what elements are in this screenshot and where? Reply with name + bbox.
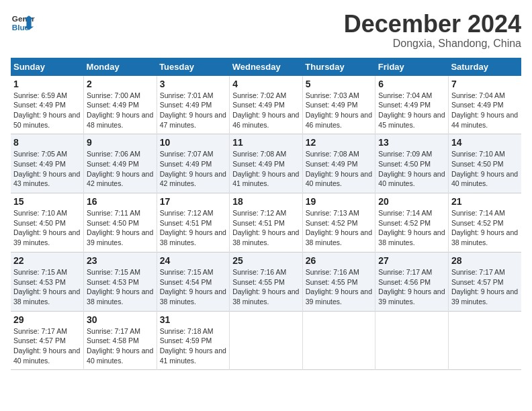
header-monday: Monday — [84, 58, 157, 76]
day-info: Sunrise: 7:17 AM Sunset: 4:57 PM Dayligh… — [451, 267, 519, 307]
table-row: 27Sunrise: 7:17 AM Sunset: 4:56 PM Dayli… — [375, 252, 449, 311]
day-number: 26 — [306, 255, 373, 266]
table-row — [302, 311, 375, 370]
day-info: Sunrise: 7:18 AM Sunset: 4:59 PM Dayligh… — [160, 326, 227, 366]
header-sunday: Sunday — [11, 58, 84, 76]
day-info: Sunrise: 7:16 AM Sunset: 4:55 PM Dayligh… — [232, 267, 300, 307]
day-number: 28 — [451, 255, 519, 266]
day-number: 19 — [306, 196, 373, 207]
title-block: December 2024 Dongxia, Shandong, China — [344, 11, 521, 50]
table-row: 16Sunrise: 7:11 AM Sunset: 4:50 PM Dayli… — [84, 193, 157, 253]
day-info: Sunrise: 7:12 AM Sunset: 4:51 PM Dayligh… — [160, 208, 227, 248]
header-thursday: Thursday — [302, 58, 375, 76]
day-info: Sunrise: 7:04 AM Sunset: 4:49 PM Dayligh… — [378, 91, 445, 130]
day-number: 7 — [451, 79, 519, 89]
day-number: 9 — [87, 137, 154, 148]
table-row: 14Sunrise: 7:10 AM Sunset: 4:50 PM Dayli… — [448, 134, 521, 193]
day-info: Sunrise: 7:05 AM Sunset: 4:49 PM Dayligh… — [13, 149, 81, 189]
day-number: 12 — [306, 137, 373, 148]
day-number: 13 — [378, 137, 445, 148]
page-header: General Blue December 2024 Dongxia, Shan… — [11, 11, 521, 50]
table-row: 22Sunrise: 7:15 AM Sunset: 4:53 PM Dayli… — [11, 252, 84, 311]
day-number: 6 — [378, 79, 445, 89]
day-info: Sunrise: 7:14 AM Sunset: 4:52 PM Dayligh… — [378, 208, 445, 248]
table-row: 5Sunrise: 7:03 AM Sunset: 4:49 PM Daylig… — [302, 76, 375, 134]
day-info: Sunrise: 6:59 AM Sunset: 4:49 PM Dayligh… — [13, 91, 81, 130]
table-row: 31Sunrise: 7:18 AM Sunset: 4:59 PM Dayli… — [157, 311, 230, 370]
table-row: 19Sunrise: 7:13 AM Sunset: 4:52 PM Dayli… — [302, 193, 375, 253]
logo: General Blue — [11, 11, 35, 35]
table-row: 29Sunrise: 7:17 AM Sunset: 4:57 PM Dayli… — [11, 311, 84, 370]
day-info: Sunrise: 7:03 AM Sunset: 4:49 PM Dayligh… — [306, 91, 373, 130]
day-info: Sunrise: 7:10 AM Sunset: 4:50 PM Dayligh… — [13, 208, 81, 248]
day-info: Sunrise: 7:15 AM Sunset: 4:53 PM Dayligh… — [13, 267, 81, 307]
calendar-week-row: 29Sunrise: 7:17 AM Sunset: 4:57 PM Dayli… — [11, 311, 521, 370]
day-number: 3 — [160, 79, 227, 89]
table-row: 8Sunrise: 7:05 AM Sunset: 4:49 PM Daylig… — [11, 134, 84, 193]
day-number: 30 — [87, 314, 154, 325]
table-row: 12Sunrise: 7:08 AM Sunset: 4:49 PM Dayli… — [302, 134, 375, 193]
table-row: 26Sunrise: 7:16 AM Sunset: 4:55 PM Dayli… — [302, 252, 375, 311]
day-number: 24 — [160, 255, 227, 266]
day-number: 8 — [13, 137, 81, 148]
table-row: 3Sunrise: 7:01 AM Sunset: 4:49 PM Daylig… — [157, 76, 230, 134]
table-row: 2Sunrise: 7:00 AM Sunset: 4:49 PM Daylig… — [84, 76, 157, 134]
calendar-header-row: Sunday Monday Tuesday Wednesday Thursday… — [11, 58, 521, 76]
table-row — [448, 311, 521, 370]
day-number: 2 — [87, 79, 154, 89]
day-info: Sunrise: 7:13 AM Sunset: 4:52 PM Dayligh… — [306, 208, 373, 248]
day-info: Sunrise: 7:00 AM Sunset: 4:49 PM Dayligh… — [87, 91, 154, 130]
day-number: 17 — [160, 196, 227, 207]
day-number: 14 — [451, 137, 519, 148]
day-number: 23 — [87, 255, 154, 266]
day-number: 11 — [232, 137, 300, 148]
table-row: 15Sunrise: 7:10 AM Sunset: 4:50 PM Dayli… — [11, 193, 84, 253]
day-info: Sunrise: 7:11 AM Sunset: 4:50 PM Dayligh… — [87, 208, 154, 248]
day-number: 1 — [13, 79, 81, 89]
day-info: Sunrise: 7:15 AM Sunset: 4:54 PM Dayligh… — [160, 267, 227, 307]
table-row: 25Sunrise: 7:16 AM Sunset: 4:55 PM Dayli… — [230, 252, 303, 311]
day-number: 25 — [232, 255, 300, 266]
calendar-week-row: 22Sunrise: 7:15 AM Sunset: 4:53 PM Dayli… — [11, 252, 521, 311]
day-number: 29 — [13, 314, 81, 325]
table-row: 24Sunrise: 7:15 AM Sunset: 4:54 PM Dayli… — [157, 252, 230, 311]
calendar-week-row: 15Sunrise: 7:10 AM Sunset: 4:50 PM Dayli… — [11, 193, 521, 253]
day-number: 4 — [232, 79, 300, 89]
table-row — [230, 311, 303, 370]
table-row: 17Sunrise: 7:12 AM Sunset: 4:51 PM Dayli… — [157, 193, 230, 253]
day-number: 27 — [378, 255, 445, 266]
day-info: Sunrise: 7:08 AM Sunset: 4:49 PM Dayligh… — [232, 149, 300, 189]
day-number: 22 — [13, 255, 81, 266]
header-friday: Friday — [375, 58, 449, 76]
day-number: 15 — [13, 196, 81, 207]
day-info: Sunrise: 7:15 AM Sunset: 4:53 PM Dayligh… — [87, 267, 154, 307]
day-info: Sunrise: 7:08 AM Sunset: 4:49 PM Dayligh… — [306, 149, 373, 189]
table-row: 4Sunrise: 7:02 AM Sunset: 4:49 PM Daylig… — [230, 76, 303, 134]
table-row: 23Sunrise: 7:15 AM Sunset: 4:53 PM Dayli… — [84, 252, 157, 311]
day-number: 10 — [160, 137, 227, 148]
day-info: Sunrise: 7:12 AM Sunset: 4:51 PM Dayligh… — [232, 208, 300, 248]
day-info: Sunrise: 7:14 AM Sunset: 4:52 PM Dayligh… — [451, 208, 519, 248]
header-tuesday: Tuesday — [157, 58, 230, 76]
table-row: 9Sunrise: 7:06 AM Sunset: 4:49 PM Daylig… — [84, 134, 157, 193]
calendar-week-row: 8Sunrise: 7:05 AM Sunset: 4:49 PM Daylig… — [11, 134, 521, 193]
day-number: 18 — [232, 196, 300, 207]
table-row: 18Sunrise: 7:12 AM Sunset: 4:51 PM Dayli… — [230, 193, 303, 253]
calendar-subtitle: Dongxia, Shandong, China — [344, 38, 521, 50]
day-info: Sunrise: 7:10 AM Sunset: 4:50 PM Dayligh… — [451, 149, 519, 189]
header-saturday: Saturday — [448, 58, 521, 76]
day-number: 5 — [306, 79, 373, 89]
table-row: 11Sunrise: 7:08 AM Sunset: 4:49 PM Dayli… — [230, 134, 303, 193]
day-info: Sunrise: 7:16 AM Sunset: 4:55 PM Dayligh… — [306, 267, 373, 307]
calendar-week-row: 1Sunrise: 6:59 AM Sunset: 4:49 PM Daylig… — [11, 76, 521, 134]
calendar-table: Sunday Monday Tuesday Wednesday Thursday… — [11, 58, 521, 371]
day-info: Sunrise: 7:01 AM Sunset: 4:49 PM Dayligh… — [160, 91, 227, 130]
table-row: 13Sunrise: 7:09 AM Sunset: 4:50 PM Dayli… — [375, 134, 449, 193]
table-row: 20Sunrise: 7:14 AM Sunset: 4:52 PM Dayli… — [375, 193, 449, 253]
day-number: 16 — [87, 196, 154, 207]
day-info: Sunrise: 7:17 AM Sunset: 4:58 PM Dayligh… — [87, 326, 154, 366]
table-row: 21Sunrise: 7:14 AM Sunset: 4:52 PM Dayli… — [448, 193, 521, 253]
header-wednesday: Wednesday — [230, 58, 303, 76]
table-row: 30Sunrise: 7:17 AM Sunset: 4:58 PM Dayli… — [84, 311, 157, 370]
table-row: 28Sunrise: 7:17 AM Sunset: 4:57 PM Dayli… — [448, 252, 521, 311]
